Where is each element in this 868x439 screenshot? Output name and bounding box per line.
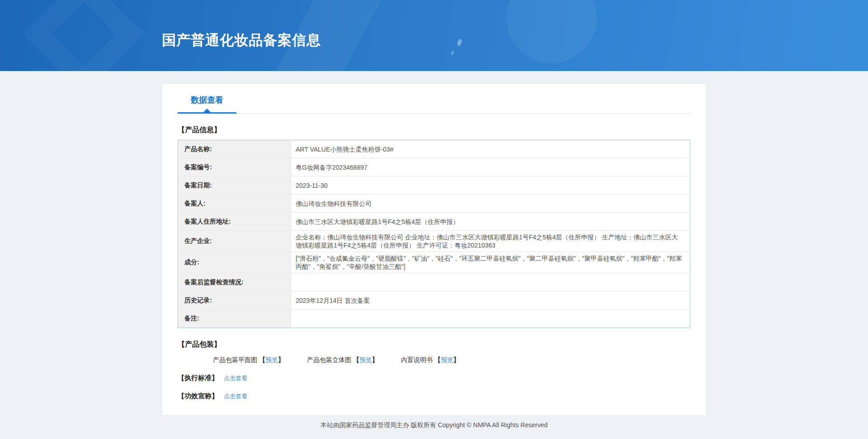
header-decor-dot <box>457 38 463 47</box>
bracket-close: 】 <box>278 356 284 363</box>
row-label: 备注: <box>178 310 291 328</box>
packaging-item-label: 产品包装立体图 <box>307 356 351 363</box>
row-label: 备案后监督检查情况: <box>178 273 291 291</box>
row-value: 佛山市三水区大塘镇彩暖星路1号F4之5栋4层（住所申报） <box>291 213 690 230</box>
packaging-item-3d-image: 产品包装立体图 【预览】 <box>307 356 378 364</box>
row-label: 产品名称: <box>178 140 291 158</box>
row-label: 备案人: <box>178 195 291 212</box>
tab-data-view-label: 数据查看 <box>191 95 223 105</box>
efficacy-section: 【功效宣称】 点击查看 <box>178 392 690 401</box>
table-row-filing-number: 备案编号: 粤G妆网备字2023468897 <box>178 158 690 177</box>
row-label: 备案编号: <box>178 158 291 176</box>
row-label: 历史记录: <box>178 291 291 309</box>
table-row-history: 历史记录: 2023年12月14日 首次备案 <box>178 291 690 310</box>
efficacy-label: 【功效宣称】 <box>178 392 218 401</box>
bracket-open: 【 <box>259 356 265 363</box>
row-value: ART VALUE小熊骑士柔焦粉饼-03# <box>291 140 690 158</box>
table-row-filer-address: 备案人住所地址: 佛山市三水区大塘镇彩暖星路1号F4之5栋4层（住所申报） <box>178 213 690 231</box>
footer-copyright-text: 本站由国家药品监督管理局主办 版权所有 Copyright © NMPA All… <box>321 421 547 429</box>
row-label: 备案日期: <box>178 177 291 194</box>
content-card: 数据查看 【产品信息】 产品名称: ART VALUE小熊骑士柔焦粉饼-03# … <box>162 84 706 415</box>
bracket-close: 】 <box>372 356 378 363</box>
page-header: 国产普通化妆品备案信息 <box>0 0 868 71</box>
row-value: 2023-11-30 <box>291 177 690 194</box>
table-row-product-name: 产品名称: ART VALUE小熊骑士柔焦粉饼-03# <box>178 140 690 158</box>
footer: 本站由国家药品监督管理局主办 版权所有 Copyright © NMPA All… <box>0 421 868 429</box>
table-row-remarks: 备注: <box>178 310 690 328</box>
table-row-manufacturer: 生产企业: 企业名称：佛山琦妆生物科技有限公司 企业地址：佛山市三水区大塘镇彩暖… <box>178 231 690 252</box>
header-decor-dot <box>450 50 454 55</box>
packaging-item-label: 产品包装平面图 <box>213 356 257 363</box>
tab-data-view[interactable]: 数据查看 <box>178 95 236 113</box>
row-value: 2023年12月14日 首次备案 <box>291 291 690 309</box>
table-row-ingredients: 成分: ["滑石粉"，"合成氟金云母"，"硬脂酸镁"，"矿油"，"硅石"，"环五… <box>178 252 690 273</box>
standards-label: 【执行标准】 <box>178 374 218 382</box>
row-label: 成分: <box>178 252 291 273</box>
header-decor-circle <box>506 0 597 63</box>
product-info-section-title: 【产品信息】 <box>178 125 690 135</box>
tab-bar: 数据查看 <box>178 84 690 114</box>
row-value: 佛山琦妆生物科技有限公司 <box>291 195 690 212</box>
row-label: 生产企业: <box>178 231 291 252</box>
row-label: 备案人住所地址: <box>178 213 291 230</box>
row-value: ["滑石粉"，"合成氟金云母"，"硬脂酸镁"，"矿油"，"硅石"，"环五聚二甲基… <box>291 252 690 273</box>
preview-link-3d-image[interactable]: 预览 <box>359 356 372 363</box>
product-info-table: 产品名称: ART VALUE小熊骑士柔焦粉饼-03# 备案编号: 粤G妆网备字… <box>178 140 690 328</box>
packaging-preview-row: 产品包装平面图 【预览】 产品包装立体图 【预览】 内置说明书 【预览】 <box>213 356 690 364</box>
bracket-open: 【 <box>353 356 359 363</box>
tab-active-underline <box>178 112 236 114</box>
table-row-filing-date: 备案日期: 2023-11-30 <box>178 177 690 195</box>
packaging-section-title: 【产品包装】 <box>178 340 690 349</box>
efficacy-view-link[interactable]: 点击查看 <box>224 392 247 401</box>
bracket-open: 【 <box>434 356 441 363</box>
row-value: 粤G妆网备字2023468897 <box>291 158 690 176</box>
table-row-filer: 备案人: 佛山琦妆生物科技有限公司 <box>178 195 690 213</box>
packaging-item-flat-image: 产品包装平面图 【预览】 <box>213 356 284 364</box>
packaging-item-manual: 内置说明书 【预览】 <box>401 356 460 364</box>
packaging-item-label: 内置说明书 <box>401 356 433 363</box>
tab-caret-icon <box>203 109 211 112</box>
header-decor-chevron <box>23 0 145 71</box>
standards-view-link[interactable]: 点击查看 <box>224 374 247 382</box>
row-value <box>291 273 690 291</box>
table-row-supervision: 备案后监督检查情况: <box>178 273 690 291</box>
bracket-close: 】 <box>453 356 460 363</box>
page-title: 国产普通化妆品备案信息 <box>162 31 321 50</box>
preview-link-flat-image[interactable]: 预览 <box>265 356 278 363</box>
preview-link-manual[interactable]: 预览 <box>441 356 453 363</box>
standards-section: 【执行标准】 点击查看 <box>178 374 690 382</box>
row-value: 企业名称：佛山琦妆生物科技有限公司 企业地址：佛山市三水区大塘镇彩暖星路1号F4… <box>291 231 690 252</box>
row-value <box>291 310 690 328</box>
